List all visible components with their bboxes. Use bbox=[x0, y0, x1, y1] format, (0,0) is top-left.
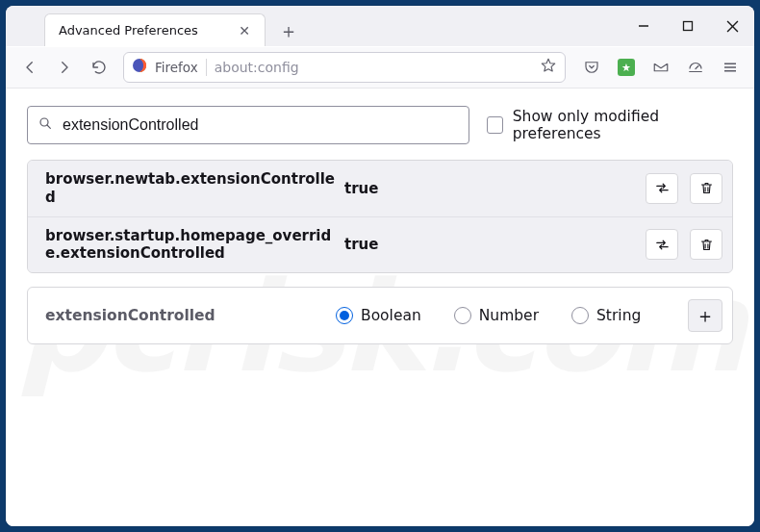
titlebar: Advanced Preferences ✕ ＋ bbox=[6, 6, 754, 46]
prefs-list: browser.newtab.extensionControlled true … bbox=[27, 160, 733, 273]
pref-value: true bbox=[339, 236, 634, 253]
radio-number[interactable]: Number bbox=[454, 307, 539, 324]
radio-icon bbox=[454, 307, 471, 324]
browser-window: Advanced Preferences ✕ ＋ bbox=[6, 6, 754, 526]
pref-name[interactable]: browser.newtab.extensionControlled bbox=[45, 170, 339, 207]
tab-strip: Advanced Preferences ✕ ＋ bbox=[6, 6, 304, 46]
pref-search-input[interactable] bbox=[63, 116, 459, 134]
pref-name[interactable]: browser.startup.homepage_override.extens… bbox=[45, 227, 339, 264]
type-radio-group: Boolean Number String bbox=[336, 307, 676, 324]
svg-rect-1 bbox=[684, 22, 693, 31]
extension-icon[interactable]: ★ bbox=[610, 52, 643, 83]
new-pref-name: extensionControlled bbox=[45, 307, 324, 324]
add-pref-button[interactable]: ＋ bbox=[688, 299, 722, 332]
svg-line-10 bbox=[47, 125, 50, 128]
search-icon bbox=[38, 115, 53, 135]
toolbar-right: ★ bbox=[575, 52, 747, 83]
identity-label: Firefox bbox=[155, 60, 198, 75]
delete-button[interactable] bbox=[690, 173, 722, 204]
close-window-button[interactable] bbox=[710, 7, 754, 45]
minimize-button[interactable] bbox=[621, 7, 666, 45]
app-menu-button[interactable] bbox=[714, 52, 747, 83]
pref-row: browser.newtab.extensionControlled true bbox=[28, 161, 732, 217]
radio-label: Number bbox=[479, 307, 539, 324]
urlbar[interactable]: Firefox about:config bbox=[123, 52, 566, 83]
bookmark-star-icon[interactable] bbox=[540, 57, 557, 78]
radio-icon bbox=[571, 307, 589, 324]
forward-button[interactable] bbox=[48, 52, 81, 83]
pref-row: browser.startup.homepage_override.extens… bbox=[28, 217, 732, 273]
pref-search-box[interactable] bbox=[27, 106, 469, 144]
pref-value: true bbox=[339, 180, 634, 197]
back-button[interactable] bbox=[13, 52, 46, 83]
nav-toolbar: Firefox about:config ★ bbox=[6, 46, 754, 89]
url-text: about:config bbox=[215, 60, 532, 75]
close-tab-icon[interactable]: ✕ bbox=[234, 22, 255, 39]
url-separator bbox=[206, 59, 207, 76]
checkbox-icon[interactable] bbox=[487, 116, 503, 134]
toggle-button[interactable] bbox=[646, 173, 678, 204]
search-row: Show only modified preferences bbox=[27, 106, 733, 144]
toggle-button[interactable] bbox=[646, 229, 678, 260]
radio-icon bbox=[336, 307, 353, 324]
maximize-button[interactable] bbox=[666, 7, 710, 45]
about-config-content: pcrisk.com Show only modified preference… bbox=[6, 89, 754, 526]
radio-label: Boolean bbox=[361, 307, 421, 324]
radio-string[interactable]: String bbox=[571, 307, 641, 324]
dashboard-icon[interactable] bbox=[679, 52, 712, 83]
new-tab-button[interactable]: ＋ bbox=[273, 15, 304, 46]
mail-icon[interactable] bbox=[645, 52, 677, 83]
radio-boolean[interactable]: Boolean bbox=[336, 307, 421, 324]
radio-label: String bbox=[596, 307, 641, 324]
show-only-modified[interactable]: Show only modified preferences bbox=[487, 108, 733, 142]
tab-label: Advanced Preferences bbox=[59, 23, 234, 38]
show-only-modified-label: Show only modified preferences bbox=[513, 108, 733, 142]
firefox-icon bbox=[132, 58, 147, 77]
tab-advanced-preferences[interactable]: Advanced Preferences ✕ bbox=[44, 13, 266, 46]
window-controls bbox=[621, 7, 754, 45]
add-pref-panel: extensionControlled Boolean Number Strin… bbox=[27, 287, 733, 344]
delete-button[interactable] bbox=[690, 229, 722, 260]
pocket-icon[interactable] bbox=[575, 52, 608, 83]
reload-button[interactable] bbox=[83, 52, 115, 83]
